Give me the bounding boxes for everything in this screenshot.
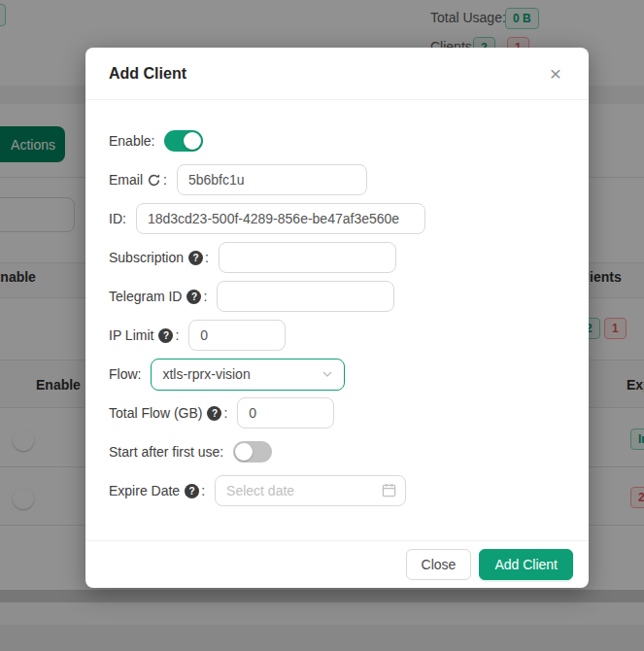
chevron-down-icon xyxy=(322,368,333,380)
question-icon[interactable]: ? xyxy=(185,484,199,498)
email-label: Email : xyxy=(109,172,167,188)
ip-limit-input[interactable] xyxy=(188,320,286,351)
add-client-modal: Add Client × Enable: Email : xyxy=(85,48,589,588)
modal-title: Add Client xyxy=(109,65,186,83)
page: Total Usage: 0 B Clients: 2 1 Actions En… xyxy=(0,0,644,651)
subscription-input[interactable] xyxy=(219,242,396,273)
telegram-label: Telegram ID ? : xyxy=(109,289,207,304)
enable-toggle[interactable] xyxy=(164,130,203,152)
total-flow-field-row: Total Flow (GB) ? : xyxy=(109,397,565,428)
telegram-field-row: Telegram ID ? : xyxy=(109,281,565,312)
question-icon[interactable]: ? xyxy=(186,290,201,304)
close-button[interactable]: Close xyxy=(406,549,472,580)
flow-field-row: Flow: xtls-rprx-vision xyxy=(109,359,565,390)
flow-label: Flow: xyxy=(109,366,141,382)
toggle-knob xyxy=(235,443,253,461)
expire-date-input[interactable] xyxy=(215,475,406,506)
subscription-field-row: Subscription ? : xyxy=(109,242,565,273)
expire-date-picker[interactable] xyxy=(215,475,406,506)
email-field-row: Email : xyxy=(109,164,565,195)
modal-footer: Close Add Client xyxy=(85,540,589,588)
enable-field-row: Enable: xyxy=(109,125,565,156)
modal-header: Add Client × xyxy=(85,48,589,100)
expire-date-label: Expire Date ? : xyxy=(109,483,205,498)
flow-select-value: xtls-rprx-vision xyxy=(162,366,250,382)
telegram-id-input[interactable] xyxy=(217,281,394,312)
start-after-first-use-row: Start after first use: xyxy=(109,436,565,467)
id-label: ID: xyxy=(109,211,126,226)
ip-limit-field-row: IP Limit ? : xyxy=(109,320,565,351)
flow-select[interactable]: xtls-rprx-vision xyxy=(151,359,345,391)
expire-date-field-row: Expire Date ? : xyxy=(109,475,565,506)
email-input[interactable] xyxy=(177,164,367,195)
close-icon[interactable]: × xyxy=(546,61,565,86)
total-flow-input[interactable] xyxy=(237,397,334,428)
ip-limit-label: IP Limit ? : xyxy=(109,327,179,343)
question-icon[interactable]: ? xyxy=(158,328,173,343)
refresh-icon[interactable] xyxy=(147,173,161,188)
id-input[interactable] xyxy=(136,203,425,234)
id-field-row: ID: xyxy=(109,203,565,234)
start-after-first-use-toggle[interactable] xyxy=(233,441,272,463)
enable-label: Enable: xyxy=(109,133,154,149)
question-icon[interactable]: ? xyxy=(188,251,203,265)
toggle-knob xyxy=(184,132,201,150)
question-icon[interactable]: ? xyxy=(207,406,221,421)
start-after-first-use-label: Start after first use: xyxy=(109,444,223,460)
modal-body: Enable: Email : ID: xyxy=(85,100,589,506)
add-client-button[interactable]: Add Client xyxy=(479,549,573,580)
subscription-label: Subscription ? : xyxy=(109,250,209,265)
total-flow-label: Total Flow (GB) ? : xyxy=(109,405,227,421)
